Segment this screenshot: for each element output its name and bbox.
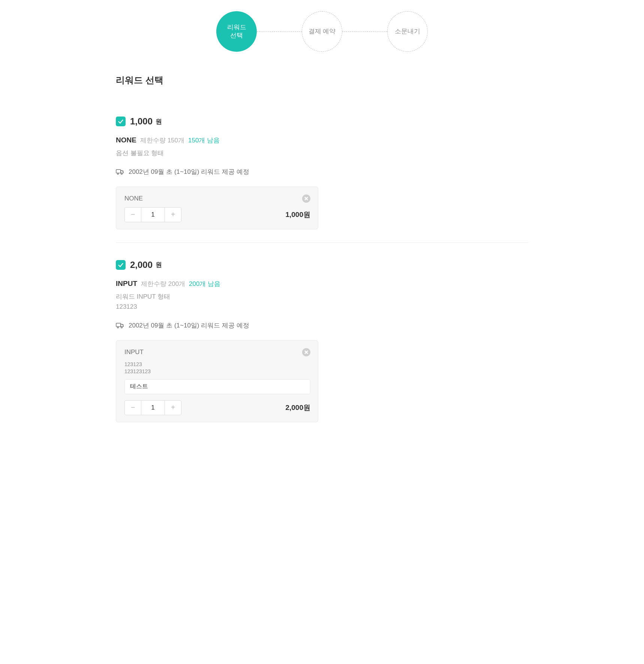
selection-subtotal: 1,000원: [285, 210, 310, 220]
reward-description: 123123: [116, 302, 528, 312]
step-label: 리워드선택: [227, 23, 246, 40]
truck-icon: [116, 322, 124, 329]
reward-checkbox[interactable]: [116, 117, 126, 126]
check-icon: [117, 118, 124, 125]
selection-subline: 123123123: [124, 368, 310, 375]
svg-rect-0: [116, 170, 121, 173]
selection-card: INPUT 123123 123123123 − 1 + 2,000원: [116, 340, 318, 422]
remove-selection-button[interactable]: [302, 348, 310, 356]
delivery-text: 2002년 09월 초 (1~10일) 리워드 제공 예정: [129, 167, 249, 176]
svg-point-2: [121, 173, 123, 175]
quantity-stepper: − 1 +: [124, 207, 181, 222]
selection-title: INPUT: [124, 348, 144, 356]
reward-name-row: INPUT 제한수량 200개 200개 남음: [116, 280, 528, 288]
reward-remaining: 150개 남음: [188, 136, 220, 145]
close-icon: [304, 350, 308, 354]
step-connector: [257, 31, 302, 32]
quantity-minus-button[interactable]: −: [125, 208, 141, 222]
reward-remaining: 200개 남음: [189, 280, 220, 288]
reward-limit: 제한수량 200개: [141, 280, 185, 288]
reward-name: NONE: [116, 136, 136, 144]
quantity-value: 1: [141, 401, 165, 415]
svg-point-6: [117, 327, 119, 328]
step-label: 소문내기: [395, 27, 420, 36]
reward-limit: 제한수량 150개: [140, 136, 184, 145]
selection-subline: 123123: [124, 361, 310, 368]
quantity-minus-button[interactable]: −: [125, 401, 141, 415]
reward-price-row[interactable]: 1,000 원: [116, 116, 528, 127]
step-connector: [342, 31, 387, 32]
progress-stepper: 리워드선택 결제 예약 소문내기: [116, 11, 528, 52]
selection-title: NONE: [124, 195, 143, 202]
remove-selection-button[interactable]: [302, 194, 310, 203]
reward-price-row[interactable]: 2,000 원: [116, 260, 528, 270]
reward-checkbox[interactable]: [116, 260, 126, 270]
svg-point-7: [121, 327, 123, 328]
quantity-stepper: − 1 +: [124, 400, 181, 415]
step-reward: 리워드선택: [216, 11, 257, 52]
truck-icon: [116, 168, 124, 175]
svg-rect-5: [116, 323, 121, 327]
selection-subtotal: 2,000원: [285, 403, 310, 413]
step-payment: 결제 예약: [302, 11, 342, 52]
close-icon: [304, 197, 308, 200]
reward-item: 1,000 원 NONE 제한수량 150개 150개 남음 옵션 불필요 형태…: [116, 116, 528, 242]
section-title: 리워드 선택: [116, 74, 528, 86]
currency-unit: 원: [156, 260, 162, 269]
reward-name-row: NONE 제한수량 150개 150개 남음: [116, 136, 528, 145]
selection-card: NONE − 1 + 1,000원: [116, 187, 318, 229]
reward-name: INPUT: [116, 280, 137, 288]
reward-description: 옵션 불필요 형태: [116, 148, 528, 158]
quantity-plus-button[interactable]: +: [165, 208, 181, 222]
delivery-text: 2002년 09월 초 (1~10일) 리워드 제공 예정: [129, 321, 249, 330]
step-label: 결제 예약: [309, 27, 336, 36]
currency-unit: 원: [156, 117, 162, 126]
step-share: 소문내기: [387, 11, 428, 52]
reward-item: 2,000 원 INPUT 제한수량 200개 200개 남음 리워드 INPU…: [116, 242, 528, 435]
quantity-value: 1: [141, 208, 165, 222]
svg-point-1: [117, 173, 119, 175]
reward-description: 리워드 INPUT 형태: [116, 292, 528, 302]
selection-sublines: 123123 123123123: [124, 361, 310, 375]
option-text-input[interactable]: [124, 379, 310, 394]
delivery-row: 2002년 09월 초 (1~10일) 리워드 제공 예정: [116, 167, 528, 176]
delivery-row: 2002년 09월 초 (1~10일) 리워드 제공 예정: [116, 321, 528, 330]
check-icon: [117, 262, 124, 268]
reward-price: 1,000: [130, 116, 153, 127]
reward-price: 2,000: [130, 260, 153, 270]
quantity-plus-button[interactable]: +: [165, 401, 181, 415]
